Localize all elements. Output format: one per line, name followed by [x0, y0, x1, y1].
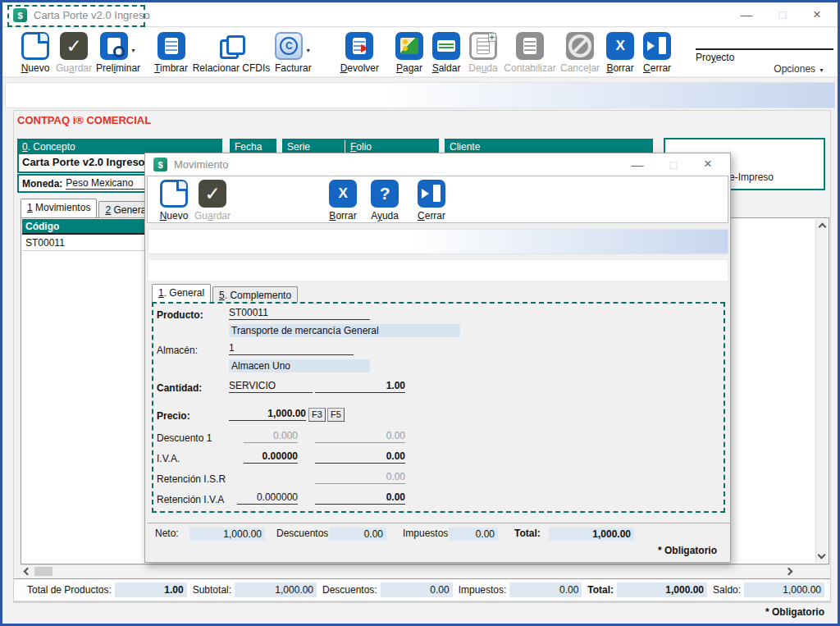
dropdown-arrow-icon[interactable] — [130, 43, 136, 55]
almacen-desc-field: Almacen Uno — [229, 359, 370, 372]
toolbar-button-cerrar[interactable]: Cerrar — [641, 32, 673, 74]
descuento-label: Descuento 1 — [157, 432, 212, 444]
almacen-label: Almacén: — [157, 345, 198, 356]
cancel-icon — [566, 32, 594, 60]
vertical-scrollbar[interactable] — [815, 219, 828, 563]
iva-pct-input[interactable]: 0.00000 — [244, 450, 298, 464]
stamp-document-icon — [158, 32, 185, 60]
app-dollar-icon — [153, 158, 167, 171]
help-icon — [371, 180, 399, 208]
almacen-code-input[interactable]: 1 — [229, 342, 354, 355]
scroll-up-icon[interactable] — [818, 223, 826, 231]
toolbar-button-saldar[interactable]: Saldar — [430, 32, 463, 74]
precio-input[interactable]: 1,000.00 — [229, 408, 306, 421]
dialog-toolbar: Nuevo Guardar Borrar Ayuda Cerrar — [147, 176, 728, 223]
toolbar-button-contabilizar: Contabilizar — [504, 32, 556, 74]
moneda-value[interactable]: Peso Mexicano — [66, 177, 144, 190]
dialog-minimize-button[interactable]: — — [620, 153, 655, 175]
dialog-white-band — [148, 259, 728, 281]
document-totals-bar: Total de Productos: 1.00 Subtotal: 1,000… — [14, 578, 830, 602]
obligatorio-note: * Obligatorio — [765, 606, 824, 618]
maximize-button[interactable]: □ — [765, 2, 800, 26]
scroll-down-icon[interactable] — [818, 551, 826, 560]
preview-icon — [100, 32, 128, 60]
total-productos-value: 1.00 — [115, 583, 187, 597]
neto-value: 1,000.00 — [189, 528, 265, 541]
dialog-title-bar: Movimiento — □ × — [145, 153, 730, 176]
dialog-close-button[interactable]: × — [691, 153, 725, 175]
f5-button[interactable]: F5 — [327, 408, 345, 422]
toolbar-button-timbrar[interactable]: Timbrar — [154, 32, 188, 74]
toolbar-button-preliminar[interactable]: Preliminar — [96, 32, 140, 74]
return-icon — [345, 32, 373, 60]
neto-label: Neto: — [155, 528, 179, 539]
iva-label: I.V.A. — [157, 453, 180, 464]
scrollbar-thumb[interactable] — [34, 567, 52, 576]
delete-x-icon — [329, 180, 357, 208]
cantidad-input[interactable]: 1.00 — [315, 380, 405, 393]
dialog-button-borrar[interactable]: Borrar — [326, 180, 359, 222]
unidad-input[interactable]: SERVICIO — [229, 380, 313, 393]
horizontal-scrollbar[interactable] — [21, 564, 829, 577]
precio-label: Precio: — [157, 410, 190, 422]
delete-x-icon — [606, 32, 634, 60]
movement-totals: Neto: 1,000.00 Descuentos: 0.00 Impuesto… — [147, 523, 730, 544]
dialog-button-ayuda[interactable]: Ayuda — [368, 180, 401, 222]
dialog-title: Movimiento — [174, 158, 228, 171]
save-check-icon — [199, 180, 226, 208]
minimize-button[interactable]: — — [729, 2, 764, 26]
toolbar-button-facturar[interactable]: Facturar — [275, 32, 312, 74]
f3-button[interactable]: F3 — [308, 408, 326, 422]
movimiento-dialog: Movimiento — □ × Nuevo Guardar Borrar Ay… — [144, 153, 731, 563]
opciones-dropdown[interactable]: Opciones — [774, 63, 824, 75]
pay-icon — [395, 32, 423, 60]
obligatorio-note: * Obligatorio — [658, 545, 717, 556]
tab-general[interactable]: 1. General — [152, 284, 211, 303]
total-value: 1,000.00 — [617, 583, 707, 597]
retencion-iva-imp-input: 0.00 — [315, 491, 405, 505]
tab-complemento[interactable]: 5. Complemento — [212, 286, 298, 303]
exit-door-icon — [643, 32, 671, 60]
total-value: 1,000.00 — [549, 528, 634, 541]
descuento-pct-input[interactable]: 0.000 — [244, 430, 298, 443]
retencion-iva-pct-input[interactable]: 0.000000 — [237, 491, 298, 505]
saldo-value: 1,000.00 — [744, 583, 824, 597]
impuestos-label: Impuestos: — [459, 584, 507, 596]
debt-icon — [469, 32, 497, 60]
new-document-icon — [21, 32, 49, 60]
toolbar-button-devolver[interactable]: Devolver — [340, 32, 379, 74]
descuentos-label: Descuentos: — [276, 528, 331, 539]
movement-form: Producto: ST00011 Transporte de mercancí… — [152, 302, 725, 513]
scroll-right-icon[interactable] — [786, 565, 798, 578]
subtotal-label: Subtotal: — [193, 584, 231, 596]
toolbar-button-nuevo[interactable]: Nuevo — [19, 32, 52, 74]
retencion-isr-imp-input: 0.00 — [315, 471, 405, 484]
producto-label: Producto: — [157, 309, 203, 321]
scroll-left-icon[interactable] — [21, 565, 33, 578]
retencion-isr-label: Retención I.S.R — [157, 473, 226, 485]
dialog-button-nuevo[interactable]: Nuevo — [158, 180, 190, 222]
toolbar-button-relacionar-cfdis[interactable]: Relacionar CFDIs — [192, 32, 271, 74]
toolbar-button-deuda: Deuda — [467, 32, 500, 74]
dialog-gradient-band — [148, 229, 728, 254]
title-bar: Carta Porte v2.0 Ingreso — □ × — [2, 2, 838, 27]
close-button[interactable]: × — [800, 2, 834, 26]
retencion-iva-label: Retención I.V.A — [157, 494, 224, 505]
brand-text: CONTPAQ i® COMERCIAL — [17, 114, 151, 126]
toolbar-button-pagar[interactable]: Pagar — [393, 32, 426, 74]
toolbar-button-borrar[interactable]: Borrar — [604, 32, 637, 74]
cantidad-label: Cantidad: — [157, 382, 202, 394]
iva-imp-input: 0.00 — [315, 450, 405, 464]
descuentos-value: 0.00 — [329, 528, 386, 541]
main-window: Carta Porte v2.0 Ingreso — □ × Nuevo Gua… — [0, 0, 840, 626]
dialog-button-cerrar[interactable]: Cerrar — [415, 180, 448, 222]
total-productos-label: Total de Productos: — [27, 584, 112, 596]
tab-movimientos[interactable]: 1 Movimientos — [21, 199, 97, 217]
impuestos-value: 0.00 — [449, 528, 498, 541]
settle-icon — [432, 32, 460, 60]
dropdown-arrow-icon[interactable] — [305, 43, 311, 55]
producto-code-input[interactable]: ST00011 — [229, 307, 370, 320]
proyecto-field[interactable]: Proyecto — [696, 48, 833, 63]
producto-desc-field: Transporte de mercancía General — [229, 324, 460, 337]
dialog-maximize-button[interactable]: □ — [656, 153, 691, 175]
